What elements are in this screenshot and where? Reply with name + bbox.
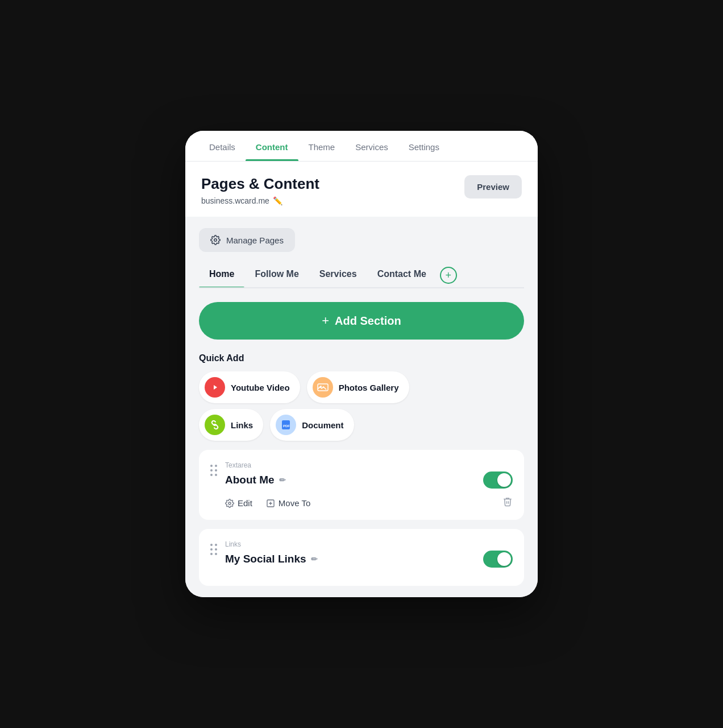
- svg-text:PDF: PDF: [283, 424, 290, 428]
- header-subtitle: business.wcard.me ✏️: [201, 196, 319, 205]
- edit-name-about-me-icon[interactable]: ✏: [279, 475, 286, 485]
- add-section-label: Add Section: [335, 315, 401, 328]
- manage-pages-button[interactable]: Manage Pages: [199, 228, 295, 252]
- page-tab-contact-me[interactable]: Contact Me: [367, 263, 437, 287]
- quick-add-links[interactable]: Links: [199, 409, 263, 441]
- page-tab-follow-me[interactable]: Follow Me: [244, 263, 309, 287]
- edit-name-social-links-icon[interactable]: ✏: [311, 555, 318, 564]
- quick-add-row-1: Youtube Video Photos Gallery: [199, 371, 524, 403]
- card-content-social-links: Links My Social Links ✏: [225, 540, 513, 576]
- add-section-button[interactable]: + Add Section: [199, 302, 524, 340]
- document-icon: PDF: [276, 415, 296, 435]
- card-actions-about-me: Edit Move To: [225, 497, 513, 510]
- svg-point-0: [214, 239, 217, 242]
- tab-theme[interactable]: Theme: [298, 131, 346, 161]
- quick-add-photos[interactable]: Photos Gallery: [307, 371, 409, 403]
- card-content-about-me: Textarea About Me ✏: [225, 461, 513, 510]
- youtube-icon: [205, 377, 225, 398]
- site-url: business.wcard.me: [201, 196, 269, 205]
- section-card-social-links: Links My Social Links ✏: [199, 529, 524, 586]
- section-card-about-me: Textarea About Me ✏: [199, 450, 524, 520]
- preview-button[interactable]: Preview: [464, 175, 522, 198]
- card-name-row-about-me: About Me ✏: [225, 471, 513, 489]
- youtube-chip-label: Youtube Video: [231, 383, 290, 392]
- tab-content[interactable]: Content: [246, 131, 298, 161]
- trash-icon-about-me: [502, 497, 513, 507]
- document-chip-label: Document: [302, 420, 343, 430]
- top-tab-bar: Details Content Theme Services Settings: [185, 131, 538, 162]
- content-area: Manage Pages Home Follow Me Services Con…: [185, 217, 538, 597]
- card-type-social-links: Links: [225, 540, 513, 548]
- links-chip-label: Links: [231, 420, 253, 430]
- links-icon: [205, 415, 225, 435]
- move-to-button-about-me[interactable]: Move To: [266, 498, 310, 508]
- edit-icon-about-me: [225, 499, 234, 508]
- drag-handle-social-links[interactable]: [210, 540, 217, 555]
- card-type-about-me: Textarea: [225, 461, 513, 469]
- gear-icon: [210, 235, 221, 245]
- phone-container: Details Content Theme Services Settings …: [185, 131, 538, 597]
- plus-icon: +: [322, 313, 329, 328]
- edit-url-icon[interactable]: ✏️: [273, 196, 282, 205]
- card-name-row-social-links: My Social Links ✏: [225, 551, 513, 568]
- quick-add-row-2: Links PDF Document: [199, 409, 524, 441]
- svg-point-6: [228, 502, 231, 504]
- edit-button-about-me[interactable]: Edit: [225, 498, 252, 508]
- delete-button-about-me[interactable]: [502, 497, 513, 510]
- tab-settings[interactable]: Settings: [398, 131, 450, 161]
- photos-chip-label: Photos Gallery: [339, 383, 399, 392]
- add-page-button[interactable]: +: [440, 267, 457, 284]
- svg-marker-1: [214, 385, 217, 390]
- page-tabs: Home Follow Me Services Contact Me +: [199, 263, 524, 288]
- toggle-knob-about-me: [497, 473, 511, 487]
- quick-add-youtube[interactable]: Youtube Video: [199, 371, 300, 403]
- quick-add-document[interactable]: PDF Document: [270, 409, 354, 441]
- toggle-about-me[interactable]: [483, 471, 513, 489]
- drag-handle-about-me[interactable]: [210, 461, 217, 476]
- move-icon-about-me: [266, 499, 275, 508]
- header-section: Pages & Content business.wcard.me ✏️ Pre…: [185, 162, 538, 217]
- page-title: Pages & Content: [201, 175, 319, 193]
- quick-add-title: Quick Add: [199, 353, 524, 363]
- card-name-about-me: About Me ✏: [225, 474, 286, 486]
- page-tab-home[interactable]: Home: [199, 263, 244, 287]
- card-name-social-links: My Social Links ✏: [225, 553, 318, 565]
- quick-add-section: Quick Add Youtube Video: [199, 353, 524, 441]
- manage-pages-label: Manage Pages: [226, 235, 284, 245]
- toggle-knob-social-links: [497, 552, 511, 566]
- tab-details[interactable]: Details: [199, 131, 246, 161]
- toggle-social-links[interactable]: [483, 551, 513, 568]
- photos-icon: [313, 377, 333, 398]
- page-tab-services[interactable]: Services: [309, 263, 367, 287]
- tab-services[interactable]: Services: [345, 131, 398, 161]
